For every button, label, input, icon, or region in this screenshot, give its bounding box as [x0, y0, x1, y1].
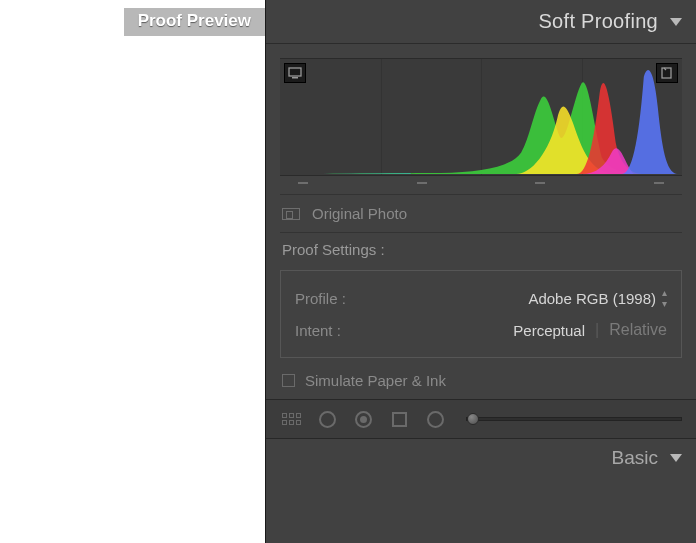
panel-header[interactable]: Soft Proofing: [266, 0, 696, 44]
profile-label: Profile :: [295, 290, 346, 307]
separator: |: [595, 321, 599, 339]
proof-settings-box: Profile : Adobe RGB (1998) ▴▾ Intent : P…: [280, 270, 682, 358]
profile-value: Adobe RGB (1998): [528, 290, 656, 307]
histogram-curves: [280, 59, 682, 175]
chevron-down-icon: [670, 454, 682, 462]
point-tool-2[interactable]: [352, 408, 374, 430]
intent-relative-button[interactable]: Relative: [609, 321, 667, 339]
profile-dropdown[interactable]: Adobe RGB (1998) ▴▾: [528, 287, 667, 309]
soft-proofing-panel: Soft Proofing: [265, 0, 696, 543]
intent-perceptual-button[interactable]: Perceptual: [513, 322, 585, 339]
histogram: [280, 58, 682, 176]
panel-title: Soft Proofing: [538, 10, 658, 33]
intent-label: Intent :: [295, 322, 341, 339]
original-photo-button[interactable]: Original Photo: [266, 195, 696, 232]
grid-view-button[interactable]: [280, 408, 302, 430]
basic-panel-header[interactable]: Basic: [266, 439, 696, 477]
point-tool-3[interactable]: [424, 408, 446, 430]
zoom-slider[interactable]: [466, 417, 682, 421]
basic-title: Basic: [612, 447, 658, 469]
point-tool-1[interactable]: [316, 408, 338, 430]
slider-knob[interactable]: [467, 413, 479, 425]
original-photo-icon: [282, 208, 300, 220]
simulate-paper-ink-checkbox[interactable]: Simulate Paper & Ink: [266, 370, 696, 399]
chevron-down-icon: [670, 18, 682, 26]
checkbox-icon: [282, 374, 295, 387]
tool-strip: [266, 399, 696, 439]
histogram-region-indicators: [280, 176, 682, 194]
original-photo-label: Original Photo: [312, 205, 407, 222]
proof-preview-badge: Proof Preview: [124, 8, 265, 36]
crop-tool[interactable]: [388, 408, 410, 430]
simulate-label: Simulate Paper & Ink: [305, 372, 446, 389]
proof-settings-heading: Proof Settings :: [266, 233, 696, 264]
updown-icon: ▴▾: [662, 287, 667, 309]
